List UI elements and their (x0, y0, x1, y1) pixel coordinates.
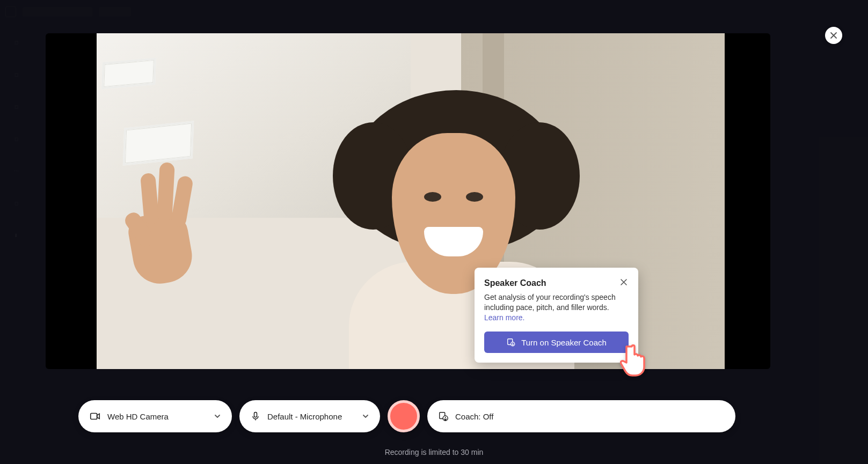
camera-select[interactable]: Web HD Camera (78, 400, 232, 432)
record-button[interactable] (388, 400, 420, 432)
speaker-coach-popup: Speaker Coach Get analysis of your recor… (475, 268, 638, 363)
chevron-down-icon (362, 413, 369, 420)
popup-title: Speaker Coach (484, 278, 546, 288)
microphone-select-label: Default - Microphone (267, 412, 342, 421)
popup-learn-more-link[interactable]: Learn more. (484, 313, 524, 322)
microphone-select[interactable]: Default - Microphone (239, 400, 380, 432)
speaker-coach-icon (506, 337, 516, 347)
recording-limit-text: Recording is limited to 30 min (0, 448, 868, 456)
close-icon (620, 278, 628, 286)
camera-select-label: Web HD Camera (107, 412, 169, 421)
svg-rect-2 (91, 414, 97, 419)
close-modal-button[interactable] (825, 27, 842, 44)
recording-modal: Speaker Coach Get analysis of your recor… (46, 33, 770, 369)
recording-toolbar: Web HD Camera Default - Microphone Coach… (78, 400, 735, 432)
popup-close-button[interactable] (619, 277, 629, 289)
svg-rect-3 (254, 413, 257, 417)
close-icon (830, 32, 837, 39)
chevron-down-icon (214, 413, 221, 420)
camera-icon (89, 410, 101, 422)
turn-on-speaker-coach-button[interactable]: Turn on Speaker Coach (484, 332, 629, 353)
popup-button-label: Turn on Speaker Coach (521, 338, 607, 347)
popup-body-text: Get analysis of your recording's speech … (484, 293, 616, 312)
coach-toggle[interactable]: Coach: Off (427, 400, 735, 432)
coach-toggle-label: Coach: Off (455, 412, 493, 421)
scene-hand (105, 171, 201, 305)
microphone-icon (250, 411, 261, 422)
speaker-coach-icon (438, 411, 449, 422)
